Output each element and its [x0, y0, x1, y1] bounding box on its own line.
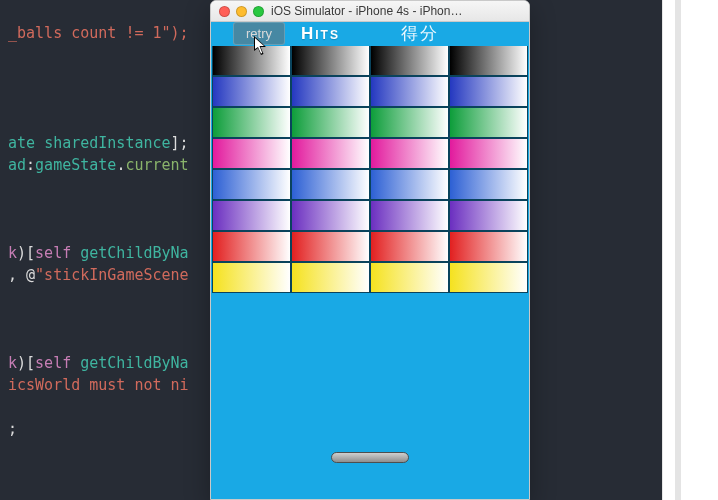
editor-right-margin — [662, 0, 718, 500]
hits-label: Hits — [301, 22, 340, 46]
brick — [450, 232, 527, 261]
brick — [371, 77, 448, 106]
code-fragment: ; — [8, 420, 17, 438]
brick — [371, 170, 448, 199]
brick — [292, 77, 369, 106]
brick — [292, 139, 369, 168]
brick — [450, 108, 527, 137]
code-fragment: _balls count != 1"); — [8, 24, 189, 42]
game-area: retry Hits 得分 — [211, 22, 529, 499]
zoom-icon[interactable] — [253, 6, 264, 17]
brick — [292, 46, 369, 75]
brick — [371, 201, 448, 230]
window-traffic-lights — [211, 6, 264, 17]
brick — [371, 139, 448, 168]
retry-button[interactable]: retry — [233, 22, 285, 45]
brick — [450, 77, 527, 106]
brick — [213, 263, 290, 292]
brick — [292, 232, 369, 261]
simulator-titlebar[interactable]: iOS Simulator - iPhone 4s - iPhone 4s... — [211, 1, 529, 22]
brick — [213, 201, 290, 230]
brick — [450, 170, 527, 199]
brick — [213, 108, 290, 137]
brick — [371, 232, 448, 261]
brick — [292, 263, 369, 292]
brick — [450, 46, 527, 75]
brick — [450, 201, 527, 230]
simulator-window: iOS Simulator - iPhone 4s - iPhone 4s...… — [210, 0, 530, 500]
brick-grid — [211, 46, 529, 292]
brick — [371, 46, 448, 75]
brick — [213, 170, 290, 199]
paddle[interactable] — [331, 452, 409, 463]
brick — [213, 77, 290, 106]
hud-bar: retry Hits 得分 — [211, 22, 529, 46]
brick — [292, 108, 369, 137]
brick — [213, 46, 290, 75]
score-label: 得分 — [401, 22, 439, 46]
brick — [450, 139, 527, 168]
brick — [371, 263, 448, 292]
brick — [213, 232, 290, 261]
code-fragment: icsWorld must not ni — [8, 376, 189, 394]
code-fragment: ad — [8, 156, 26, 174]
minimize-icon[interactable] — [236, 6, 247, 17]
brick — [213, 139, 290, 168]
playfield[interactable] — [211, 292, 529, 499]
brick — [292, 170, 369, 199]
brick — [371, 108, 448, 137]
brick — [450, 263, 527, 292]
close-icon[interactable] — [219, 6, 230, 17]
code-fragment: ate sharedInstance — [8, 134, 171, 152]
brick — [292, 201, 369, 230]
